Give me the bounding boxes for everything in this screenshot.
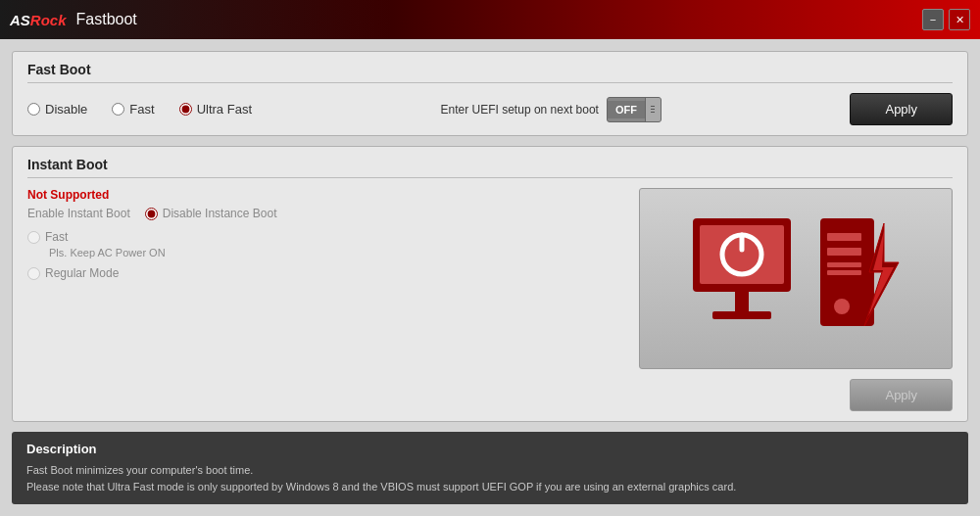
not-supported-label: Not Supported — [27, 188, 624, 202]
description-line1: Fast Boot minimizes your computer's boot… — [26, 464, 253, 476]
radio-fast-input[interactable] — [112, 103, 124, 116]
enable-instant-boot-label: Enable Instant Boot — [27, 207, 130, 220]
app-title: Fastboot — [76, 11, 137, 28]
instant-fast-row: Fast — [27, 230, 624, 244]
toggle-off-label: OFF — [608, 101, 645, 118]
main-content: Fast Boot Disable Fast Ultra Fast Enter … — [0, 39, 980, 516]
description-title: Description — [26, 442, 954, 456]
instant-boot-title: Instant Boot — [27, 157, 953, 178]
fast-boot-title: Fast Boot — [27, 62, 953, 83]
title-bar-controls: − ✕ — [922, 9, 970, 30]
fast-boot-row: Disable Fast Ultra Fast Enter UEFI setup… — [27, 93, 953, 125]
apply-row-instant: Apply — [27, 379, 953, 411]
description-section: Description Fast Boot minimizes your com… — [12, 432, 968, 504]
title-bar-left: ASRock Fastboot — [10, 11, 137, 28]
regular-row: Regular Mode — [27, 266, 624, 280]
radio-ultrafast-label: Ultra Fast — [197, 102, 252, 117]
toggle-handle[interactable] — [645, 98, 661, 121]
monitor-icon — [688, 213, 796, 344]
tower-icon — [815, 213, 904, 344]
asrock-logo: ASRock — [10, 12, 67, 28]
toggle-lines — [651, 106, 655, 113]
svg-point-11 — [834, 299, 850, 314]
description-line2: Please note that Ultra Fast mode is only… — [26, 481, 736, 493]
disable-instance-label: Disable Instance Boot — [163, 207, 277, 220]
uefi-toggle[interactable]: OFF — [607, 97, 662, 122]
instant-fast-radio-input[interactable] — [27, 231, 40, 244]
instant-boot-image — [639, 188, 953, 369]
svg-rect-10 — [827, 270, 861, 275]
enable-row: Enable Instant Boot Disable Instance Boo… — [27, 207, 624, 220]
minimize-button[interactable]: − — [922, 9, 944, 30]
logo-as: AS — [10, 12, 30, 28]
title-bar: ASRock Fastboot − ✕ — [0, 0, 980, 39]
instant-boot-section: Instant Boot Not Supported Enable Instan… — [12, 146, 968, 422]
radio-fast-label: Fast — [129, 102, 154, 117]
instant-boot-content: Not Supported Enable Instant Boot Disabl… — [27, 188, 953, 369]
radio-ultrafast[interactable]: Ultra Fast — [179, 102, 252, 117]
svg-rect-9 — [827, 262, 861, 267]
regular-mode-label: Regular Mode — [45, 266, 119, 280]
radio-disable[interactable]: Disable — [27, 102, 87, 117]
instant-fast-label: Fast — [45, 230, 68, 244]
radio-disable-label: Disable — [45, 102, 87, 117]
disable-instance-radio[interactable]: Disable Instance Boot — [145, 207, 277, 220]
radio-fast[interactable]: Fast — [112, 102, 154, 117]
radio-ultrafast-input[interactable] — [179, 103, 192, 116]
apply-button-instant[interactable]: Apply — [850, 379, 953, 411]
regular-mode-radio-input[interactable] — [27, 267, 40, 280]
svg-rect-8 — [827, 248, 861, 256]
instant-boot-left: Not Supported Enable Instant Boot Disabl… — [27, 188, 624, 369]
close-button[interactable]: ✕ — [949, 9, 970, 30]
apply-button-fastboot[interactable]: Apply — [850, 93, 953, 125]
logo-rock: Rock — [30, 12, 67, 28]
ac-power-label: Pls. Keep AC Power ON — [49, 247, 624, 258]
disable-instance-radio-input[interactable] — [145, 208, 158, 220]
boot-mode-radio-group: Disable Fast Ultra Fast — [27, 102, 252, 117]
description-text: Fast Boot minimizes your computer's boot… — [26, 462, 954, 494]
image-panel-inner — [688, 213, 904, 344]
svg-rect-7 — [827, 233, 861, 241]
uefi-group: Enter UEFI setup on next boot OFF — [441, 97, 662, 122]
svg-rect-5 — [712, 311, 771, 319]
radio-disable-input[interactable] — [27, 103, 40, 116]
fast-boot-section: Fast Boot Disable Fast Ultra Fast Enter … — [12, 51, 968, 136]
uefi-label: Enter UEFI setup on next boot — [441, 103, 599, 117]
svg-rect-4 — [735, 292, 749, 311]
